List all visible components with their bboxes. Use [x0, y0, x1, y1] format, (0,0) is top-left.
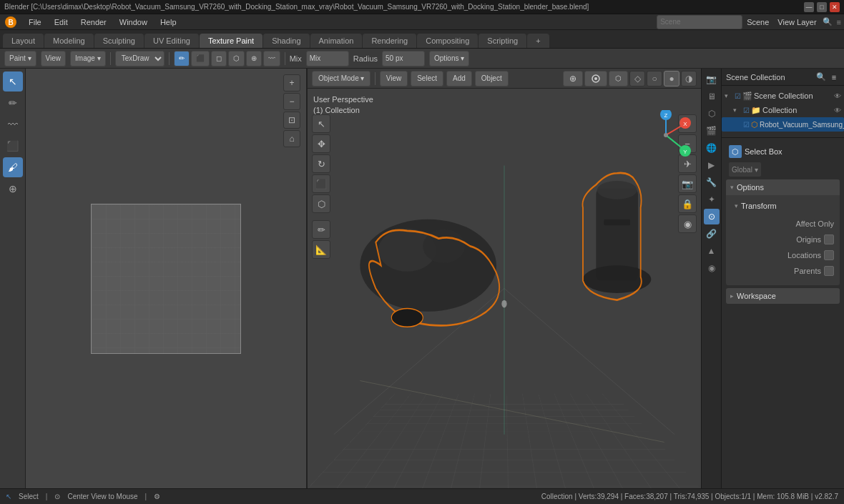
props-scene-btn[interactable]: 🎬 [704, 123, 720, 139]
vp-select-btn[interactable]: Select [411, 71, 443, 87]
locations-checkbox[interactable] [824, 250, 834, 260]
workspace-section-header[interactable]: ▸ Workspace [726, 288, 840, 304]
vp-add-btn[interactable]: Add [446, 71, 472, 87]
vp-move-btn[interactable]: ✥ [312, 134, 330, 153]
clone-tool-btn[interactable]: ⊕ [246, 51, 262, 66]
props-world-btn[interactable]: 🌐 [704, 140, 720, 156]
vp-xray-btn[interactable]: ⬡ [609, 71, 628, 87]
smear-brush-btn[interactable]: 〰 [3, 114, 23, 134]
props-output-btn[interactable]: 🖥 [704, 89, 720, 104]
blender-logo[interactable]: B [3, 16, 19, 29]
tab-scripting[interactable]: Scripting [479, 34, 526, 48]
tab-uv-editing[interactable]: UV Editing [144, 34, 199, 48]
options-btn[interactable]: Options ▾ [429, 51, 469, 66]
menu-edit[interactable]: Edit [49, 16, 74, 28]
viewport-content[interactable]: User Perspective (1) Collection [308, 89, 701, 488]
tab-compositing[interactable]: Compositing [417, 34, 478, 48]
props-view-layer-btn[interactable]: ⬡ [704, 106, 720, 122]
vp-measure-btn[interactable]: 📐 [312, 240, 330, 259]
annotate-tool-btn[interactable]: ✏ [3, 93, 23, 113]
search-icon[interactable]: 🔍 [823, 17, 833, 26]
canvas-zoom-out-btn[interactable]: − [283, 93, 300, 110]
close-button[interactable]: ✕ [830, 2, 840, 12]
vp-gizmo-btn[interactable]: ⊕ [563, 71, 583, 87]
menu-file[interactable]: File [23, 16, 47, 28]
tab-animation[interactable]: Animation [310, 34, 363, 48]
maximize-button[interactable]: □ [817, 2, 827, 12]
image-btn[interactable]: Image ▾ [70, 51, 106, 66]
minimize-button[interactable]: — [804, 2, 814, 12]
collection-root-item[interactable]: ▾ ☑ 🎬 Scene Collection 👁 [722, 89, 844, 103]
collection-item[interactable]: ▾ ☑ 📁 Collection 👁 [722, 103, 844, 117]
clone-btn[interactable]: ⊕ [3, 179, 23, 199]
vp-lock-btn[interactable]: 🔒 [678, 194, 697, 213]
paint-btn[interactable]: 🖌 [3, 157, 23, 177]
vp-camera-btn[interactable]: 📷 [678, 174, 697, 193]
canvas-zoom-in-btn[interactable]: + [283, 74, 300, 92]
vp-cursor-btn[interactable]: ↖ [312, 114, 330, 133]
object-item[interactable]: ☑ ⬡ Robot_Vacuum_Samsung_V 👁 [722, 117, 844, 132]
props-obj-btn[interactable]: ▶ [704, 157, 720, 173]
radius-input[interactable] [382, 51, 425, 66]
fill-btn[interactable]: ⬛ [3, 136, 23, 156]
props-render-btn[interactable]: 📷 [704, 71, 720, 87]
props-data-btn[interactable]: ▲ [704, 243, 720, 259]
mode-select[interactable]: TexDraw [115, 51, 165, 66]
shading-material-btn[interactable]: ● [664, 71, 679, 87]
collection-eye[interactable]: 👁 [834, 107, 841, 114]
tab-rendering[interactable]: Rendering [363, 34, 416, 48]
vp-object-btn[interactable]: Object [475, 71, 509, 87]
vp-scale-btn[interactable]: ⬛ [312, 174, 330, 193]
shading-solid-btn[interactable]: ○ [647, 71, 662, 87]
erase-tool-btn[interactable]: ◻ [211, 51, 227, 66]
scene-collection-eye[interactable]: 👁 [834, 92, 841, 100]
paint-menu-btn[interactable]: Paint ▾ [4, 51, 36, 66]
smear-tool-btn[interactable]: 〰 [263, 51, 280, 66]
options-section-header[interactable]: ▾ Options [726, 179, 840, 195]
vp-annotate-btn[interactable]: ✏ [312, 220, 330, 239]
props-physics-btn[interactable]: ⊙ [704, 209, 720, 224]
object-mode-btn[interactable]: Object Mode ▾ [312, 71, 371, 87]
props-material-btn[interactable]: ◉ [704, 260, 720, 276]
collection-root-check[interactable]: ☑ [735, 92, 741, 100]
object-check[interactable]: ☑ [743, 121, 750, 129]
axis-gizmo[interactable]: X Y Z [641, 110, 691, 160]
vp-vis-btn[interactable]: ◉ [678, 214, 697, 233]
vp-rotate-btn[interactable]: ↻ [312, 154, 330, 173]
tab-shading[interactable]: Shading [263, 34, 309, 48]
mask-tool-btn[interactable]: ⬡ [228, 51, 245, 66]
scene-filter-btn[interactable]: 🔍 [815, 71, 827, 83]
viewport-3d[interactable]: Object Mode ▾ View Select Add Object ⊕ [308, 69, 701, 488]
props-constraints-btn[interactable]: 🔗 [704, 226, 720, 242]
texture-canvas[interactable] [91, 204, 241, 354]
canvas-fit-btn[interactable]: ⊡ [283, 112, 300, 129]
transform-section-header[interactable]: ▾ Transform [730, 198, 835, 214]
vp-view-btn[interactable]: View [380, 71, 408, 87]
menu-window[interactable]: Window [114, 16, 153, 28]
top-search-input[interactable] [657, 15, 742, 29]
props-modifier-btn[interactable]: 🔧 [704, 174, 720, 190]
tab-texture-paint[interactable]: Texture Paint [200, 34, 262, 48]
tab-sculpting[interactable]: Sculpting [94, 34, 144, 48]
vp-transform-btn[interactable]: ⬡ [312, 194, 330, 213]
collection-check[interactable]: ☑ [743, 107, 750, 114]
blend-mode-input[interactable] [306, 51, 349, 66]
tab-add[interactable]: + [527, 34, 549, 48]
fill-tool-btn[interactable]: ⬛ [191, 51, 210, 66]
vp-overlay-btn[interactable] [584, 71, 607, 87]
view-btn[interactable]: View [41, 51, 67, 66]
shading-wireframe-btn[interactable]: ◇ [629, 71, 645, 87]
orient-global-btn[interactable]: Global ▾ [729, 162, 761, 177]
canvas-home-btn[interactable]: ⌂ [283, 130, 300, 147]
shading-rendered-btn[interactable]: ◑ [681, 71, 697, 87]
draw-tool-btn[interactable]: ✏ [174, 51, 190, 66]
tab-modeling[interactable]: Modeling [44, 34, 94, 48]
menu-render[interactable]: Render [75, 16, 112, 28]
props-particles-btn[interactable]: ✦ [704, 192, 720, 207]
origins-checkbox[interactable] [824, 234, 834, 244]
parents-checkbox[interactable] [824, 266, 834, 276]
cursor-tool-btn[interactable]: ↖ [3, 71, 23, 92]
tab-layout[interactable]: Layout [3, 34, 44, 48]
filter-icon[interactable]: ≡ [837, 18, 841, 26]
scene-options-btn[interactable]: ≡ [828, 71, 840, 83]
